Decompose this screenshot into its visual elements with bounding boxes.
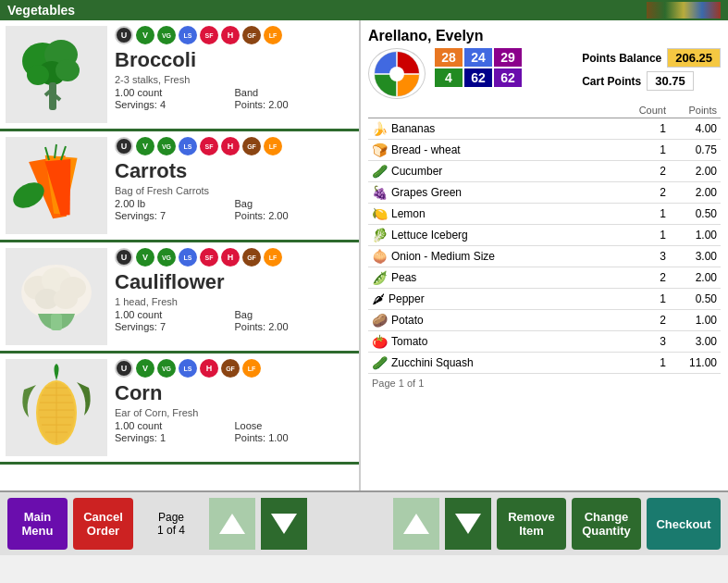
badge-v: V — [136, 137, 154, 155]
remove-item-button[interactable]: Remove Item — [497, 498, 566, 550]
product-info-carrots: U V VG LS SF H GF LF Carrots Bag of Fres… — [115, 137, 353, 234]
nutr-val-5: 62 — [464, 68, 492, 87]
myplate-logo — [368, 48, 426, 99]
cart-header-item — [372, 105, 620, 116]
cart-row-lemon[interactable]: 🍋Lemon 1 0.50 — [368, 204, 721, 225]
svg-point-20 — [54, 289, 78, 309]
points-balance-value: 206.25 — [667, 48, 721, 68]
badge-u: U — [115, 137, 133, 155]
cart-row-bananas[interactable]: 🍌Bananas 1 4.00 — [368, 118, 721, 140]
badge-vg: VG — [157, 359, 176, 378]
badge-sf: SF — [200, 248, 218, 267]
product-desc: Ear of Corn, Fresh — [115, 407, 353, 418]
badge-sf: SF — [200, 137, 218, 155]
badge-vg: VG — [157, 26, 176, 44]
cart-row-tomato[interactable]: 🍅Tomato 3 3.00 — [368, 331, 721, 353]
product-name: Broccoli — [115, 48, 353, 72]
right-panel: Arellano, Evelyn — [361, 20, 728, 490]
arrow-down-icon — [271, 514, 297, 534]
product-list: U V VG LS SF H GF LF Broccoli 2-3 stalks… — [0, 20, 361, 490]
badge-u: U — [115, 248, 133, 267]
badge-sf: SF — [200, 26, 218, 44]
badge-v: V — [136, 359, 154, 378]
cart-points-label: Cart Points — [582, 75, 641, 88]
svg-point-4 — [56, 59, 80, 81]
cart-row-onion[interactable]: 🧅Onion - Medium Size 3 3.00 — [368, 246, 721, 267]
cart-header-count: Count — [620, 105, 666, 116]
product-desc: 1 head, Fresh — [115, 296, 353, 307]
nutrition-numbers: 28 24 29 4 62 62 — [435, 48, 522, 99]
cart-arrow-down-icon — [455, 514, 481, 534]
badge-ls: LS — [179, 137, 197, 155]
cart-row-cucumber[interactable]: 🥒Cucumber 2 2.00 — [368, 161, 721, 182]
main-layout: U V VG LS SF H GF LF Broccoli 2-3 stalks… — [0, 20, 728, 490]
cancel-order-button[interactable]: Cancel Order — [73, 498, 133, 550]
cart-prev-button[interactable] — [393, 498, 439, 550]
cart-row-peas[interactable]: 🫛Peas 2 2.00 — [368, 267, 721, 289]
nutr-val-2: 24 — [464, 48, 492, 67]
badge-gf: GF — [242, 248, 261, 267]
main-menu-button[interactable]: Main Menu — [7, 498, 68, 550]
product-info-broccoli: U V VG LS SF H GF LF Broccoli 2-3 stalks… — [115, 26, 353, 123]
badge-row: U V VG LS H GF LF — [115, 359, 353, 378]
nutr-val-3: 29 — [494, 48, 522, 67]
product-desc: Bag of Fresh Carrots — [115, 185, 353, 196]
next-page-button[interactable] — [261, 498, 307, 550]
badge-vg: VG — [157, 248, 176, 267]
cart-row-grapes[interactable]: 🍇Grapes Green 2 2.00 — [368, 182, 721, 204]
prev-page-button[interactable] — [209, 498, 255, 550]
badge-u: U — [115, 359, 133, 378]
svg-rect-21 — [51, 314, 62, 330]
cart-row-pepper[interactable]: 🌶Pepper 1 0.50 — [368, 289, 721, 310]
badge-vg: VG — [157, 137, 176, 155]
cart-next-button[interactable] — [445, 498, 491, 550]
badge-u: U — [115, 26, 133, 44]
cart-table: 🍌Bananas 1 4.00 🍞Bread - wheat 1 0.75 🥒C… — [368, 118, 721, 374]
cart-row-potato[interactable]: 🥔Potato 2 1.00 — [368, 310, 721, 331]
product-item-cauliflower[interactable]: U V VG LS SF H GF LF Cauliflower 1 head,… — [0, 242, 359, 354]
header-title: Vegetables — [7, 3, 75, 18]
badge-gf: GF — [242, 26, 261, 44]
product-item-corn[interactable]: U V VG LS H GF LF Corn Ear of Corn, Fres… — [0, 354, 359, 465]
badge-row: U V VG LS SF H GF LF — [115, 26, 353, 44]
nutr-val-6: 62 — [494, 68, 522, 87]
cart-points-value: 30.75 — [647, 71, 694, 91]
badge-v: V — [136, 26, 154, 44]
badge-gf: GF — [242, 137, 261, 155]
points-section: Points Balance 206.25 Cart Points 30.75 — [582, 48, 721, 99]
product-details: 1.00 countBag Servings: 7Points: 2.00 — [115, 309, 353, 332]
change-quantity-button[interactable]: Change Quantity — [572, 498, 641, 550]
badge-ls: LS — [179, 26, 197, 44]
product-name: Cauliflower — [115, 270, 353, 294]
nutr-val-1: 28 — [435, 48, 463, 67]
cart-row-bread[interactable]: 🍞Bread - wheat 1 0.75 — [368, 140, 721, 161]
badge-row: U V VG LS SF H GF LF — [115, 248, 353, 267]
product-info-corn: U V VG LS H GF LF Corn Ear of Corn, Fres… — [115, 359, 353, 456]
product-image-broccoli — [6, 26, 107, 123]
product-item-carrots[interactable]: U V VG LS SF H GF LF Carrots Bag of Fres… — [0, 131, 359, 242]
badge-h: H — [221, 26, 240, 44]
badge-lf: LF — [242, 359, 261, 378]
badge-lf: LF — [264, 137, 282, 155]
cart-header-points: Points — [666, 105, 717, 116]
user-name: Arellano, Evelyn — [368, 28, 721, 44]
badge-lf: LF — [264, 26, 282, 44]
svg-point-3 — [27, 65, 49, 85]
cart-arrow-up-icon — [403, 514, 429, 534]
product-item-broccoli[interactable]: U V VG LS SF H GF LF Broccoli 2-3 stalks… — [0, 20, 359, 131]
badge-h: H — [221, 248, 240, 267]
badge-h: H — [200, 359, 218, 378]
product-image-carrots — [6, 137, 107, 234]
badge-row: U V VG LS SF H GF LF — [115, 137, 353, 155]
cart-row-lettuce[interactable]: 🥬Lettuce Iceberg 1 1.00 — [368, 225, 721, 246]
page-indicator: Page 1 of 4 — [139, 511, 204, 537]
page-header: Vegetables — [0, 0, 728, 20]
product-name-corn: Corn — [115, 381, 353, 405]
product-details: 2.00 lbBag Servings: 7Points: 2.00 — [115, 198, 353, 221]
bottom-toolbar: Main Menu Cancel Order Page 1 of 4 Remov… — [0, 490, 728, 555]
badge-h: H — [221, 137, 240, 155]
checkout-button[interactable]: Checkout — [647, 498, 721, 550]
arrow-up-icon — [219, 514, 245, 534]
cart-row-zucchini[interactable]: 🥒Zucchini Squash 1 11.00 — [368, 353, 721, 374]
badge-ls: LS — [179, 359, 197, 378]
